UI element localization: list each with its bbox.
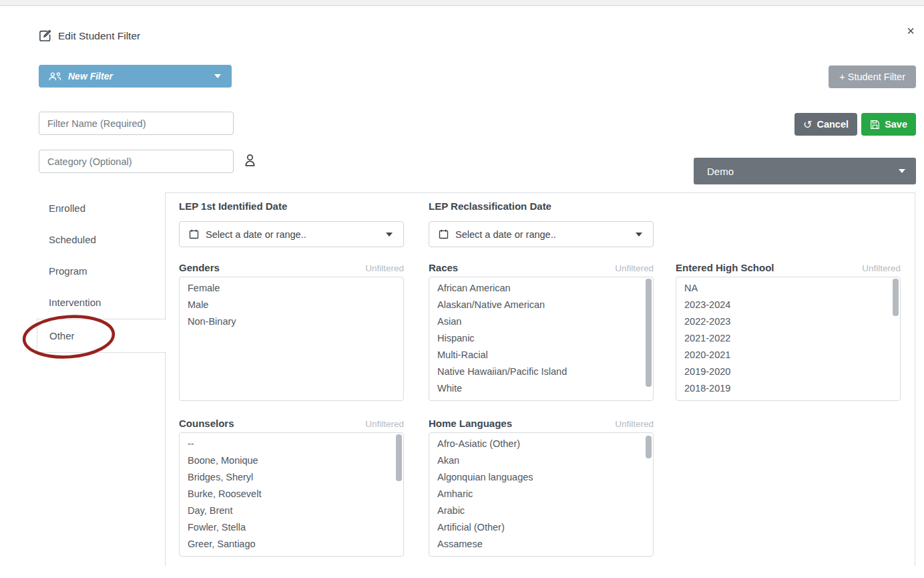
add-student-filter-button[interactable]: + Student Filter	[829, 65, 916, 88]
edit-student-filter-modal: Edit Student Filter × New Filter + Stude…	[0, 0, 924, 578]
entered-high-school-status: Unfiltered	[862, 263, 901, 273]
floppy-save-icon	[870, 120, 880, 130]
list-option[interactable]: 2019-2020	[676, 364, 900, 380]
list-option[interactable]: 2022-2023	[676, 313, 900, 330]
counselors-listbox: --Boone, MoniqueBridges, SherylBurke, Ro…	[179, 432, 404, 557]
list-option[interactable]: Day, Brent	[180, 502, 403, 519]
modal-header: Edit Student Filter	[39, 29, 140, 42]
caret-down-icon	[636, 233, 642, 237]
caret-down-icon	[899, 169, 905, 173]
list-option[interactable]: 2017-2018	[676, 397, 900, 401]
list-option[interactable]: Unknown	[429, 397, 653, 401]
lep-first-identified-date-select[interactable]: Select a date or range..	[179, 221, 404, 247]
genders-header: Genders Unfiltered	[179, 262, 404, 273]
date-select-value: Select a date or range..	[206, 229, 306, 240]
scrollbar-thumb[interactable]	[893, 279, 899, 316]
list-option[interactable]: --	[180, 436, 403, 452]
races-listbox: African AmericanAlaskan/Native AmericanA…	[429, 277, 654, 401]
list-option[interactable]: Female	[180, 280, 403, 297]
save-button-label: Save	[885, 119, 907, 130]
edit-pencil-square-icon	[39, 29, 51, 42]
save-button[interactable]: Save	[861, 113, 916, 136]
list-option[interactable]: Amharic	[429, 486, 653, 502]
list-option[interactable]: Assamese	[429, 536, 653, 553]
races-header: Races Unfiltered	[429, 262, 654, 273]
filter-tab[interactable]: Enrolled	[37, 192, 165, 224]
filter-tab-list: EnrolledScheduledProgramIntervention	[37, 192, 165, 318]
people-group-icon	[48, 71, 63, 82]
list-option[interactable]: Non-Binary	[180, 313, 403, 330]
list-option[interactable]: African American	[429, 280, 653, 297]
races-label: Races	[429, 262, 458, 273]
counselors-header: Counselors Unfiltered	[179, 418, 404, 429]
calendar-icon	[439, 229, 449, 239]
genders-status: Unfiltered	[365, 263, 404, 273]
calendar-icon	[189, 229, 199, 239]
filter-tab-other-active[interactable]: Other	[37, 319, 166, 353]
category-input[interactable]	[39, 150, 234, 173]
genders-label: Genders	[179, 262, 220, 273]
counselors-status: Unfiltered	[365, 419, 404, 429]
person-icon	[242, 152, 258, 171]
list-option[interactable]: Boone, Monique	[180, 452, 403, 469]
filter-tab[interactable]: Scheduled	[37, 224, 165, 255]
school-scope-label: Demo	[707, 166, 734, 177]
page-title: Edit Student Filter	[58, 30, 140, 42]
list-option[interactable]: Fowler, Stella	[180, 519, 403, 536]
scrollbar-thumb[interactable]	[396, 434, 402, 481]
list-option[interactable]: Afro-Asiatic (Other)	[429, 436, 653, 452]
list-option[interactable]: Burke, Roosevelt	[180, 486, 403, 502]
date-select-value: Select a date or range..	[455, 229, 556, 240]
list-option[interactable]: 2020-2021	[676, 347, 900, 364]
list-option[interactable]: Akan	[429, 452, 653, 469]
list-option[interactable]: 2018-2019	[676, 380, 900, 397]
filter-dropdown-label: New Filter	[68, 71, 113, 82]
filter-name-input[interactable]	[39, 112, 234, 135]
list-option[interactable]: Artificial (Other)	[429, 519, 653, 536]
caret-down-icon	[386, 233, 393, 237]
home-languages-listbox: Afro-Asiatic (Other)AkanAlgonquian langu…	[429, 432, 654, 557]
list-option[interactable]: Male	[180, 297, 403, 313]
home-languages-label: Home Languages	[429, 418, 512, 429]
list-option[interactable]: Native Hawaiian/Pacific Island	[429, 364, 653, 380]
list-option[interactable]: 2023-2024	[676, 297, 900, 313]
counselors-label: Counselors	[179, 418, 234, 429]
list-option[interactable]: Bridges, Sheryl	[180, 469, 403, 486]
page-top-strip	[0, 0, 924, 6]
close-icon[interactable]: ×	[907, 24, 915, 37]
undo-icon: ↺	[803, 118, 812, 131]
filter-tab[interactable]: Intervention	[37, 287, 165, 318]
caret-down-icon	[214, 74, 221, 78]
list-option[interactable]: Hispanic	[429, 330, 653, 347]
home-languages-status: Unfiltered	[615, 419, 654, 429]
list-option[interactable]: Asian	[429, 313, 653, 330]
filter-tab[interactable]: Program	[37, 255, 165, 287]
scrollbar-thumb[interactable]	[646, 436, 652, 458]
races-status: Unfiltered	[615, 263, 654, 273]
home-languages-header: Home Languages Unfiltered	[429, 418, 654, 429]
list-option[interactable]: Asturian	[429, 553, 653, 557]
lep-reclassification-date-select[interactable]: Select a date or range..	[429, 221, 654, 247]
list-option[interactable]: Greer, Santiago	[180, 536, 403, 553]
list-option[interactable]: NA	[676, 280, 900, 297]
list-option[interactable]: White	[429, 380, 653, 397]
cancel-button[interactable]: ↺ Cancel	[794, 113, 857, 136]
entered-high-school-listbox: NA2023-20242022-20232021-20222020-202120…	[676, 277, 901, 401]
lep-first-identified-label: LEP 1st Identified Date	[179, 200, 287, 212]
cancel-button-label: Cancel	[817, 119, 849, 130]
list-option[interactable]: Multi-Racial	[429, 347, 653, 364]
list-option[interactable]: 2021-2022	[676, 330, 900, 347]
list-option[interactable]: Arabic	[429, 502, 653, 519]
genders-listbox: FemaleMaleNon-Binary	[179, 277, 404, 401]
filter-select-dropdown[interactable]: New Filter	[39, 65, 232, 88]
list-option[interactable]: Hunter, Victoria	[180, 553, 403, 557]
entered-high-school-label: Entered High School	[676, 262, 774, 273]
school-scope-dropdown[interactable]: Demo	[694, 158, 916, 184]
list-option[interactable]: Algonquian languages	[429, 469, 653, 486]
scrollbar-thumb[interactable]	[646, 279, 652, 387]
list-option[interactable]: Alaskan/Native American	[429, 297, 653, 313]
entered-high-school-header: Entered High School Unfiltered	[676, 262, 901, 273]
lep-reclassification-label: LEP Reclassification Date	[429, 200, 551, 212]
